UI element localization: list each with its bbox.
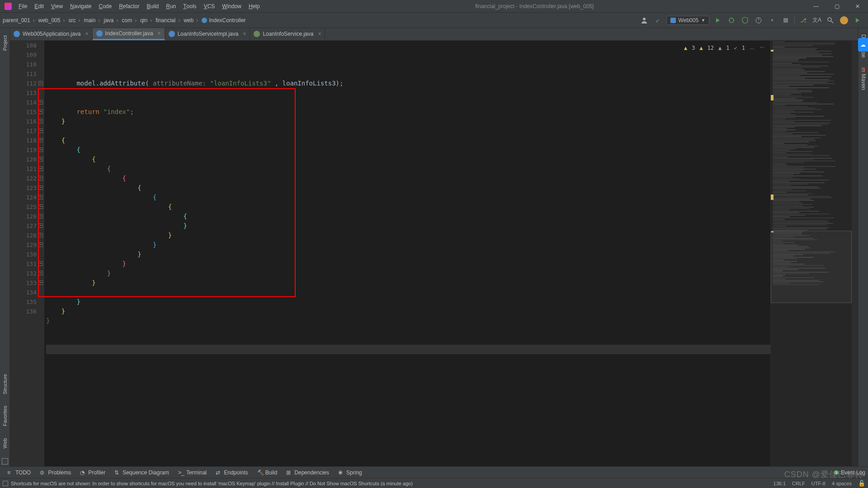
- menu-file[interactable]: File: [15, 3, 31, 9]
- fold-toggle[interactable]: [38, 223, 43, 228]
- fold-toggle[interactable]: [38, 109, 43, 114]
- menu-view[interactable]: View: [47, 3, 66, 9]
- fold-toggle[interactable]: [38, 81, 43, 85]
- toolwindows-toggle-icon[interactable]: [3, 481, 8, 486]
- web-toolwindow-button[interactable]: Web: [1, 433, 9, 454]
- debug-button[interactable]: [726, 15, 736, 25]
- fold-toggle[interactable]: [38, 119, 43, 123]
- baidu-netdisk-icon[interactable]: ☁: [858, 38, 868, 52]
- toolwindow-quick-access[interactable]: [2, 458, 8, 464]
- breadcrumb-financial[interactable]: financial: [155, 17, 183, 24]
- project-toolwindow-button[interactable]: Project: [1, 30, 9, 56]
- stop-button[interactable]: [781, 15, 791, 25]
- run-config-selector[interactable]: Web005 ▼: [666, 16, 709, 25]
- menu-help[interactable]: Help: [245, 3, 264, 9]
- minimize-button[interactable]: —: [806, 0, 826, 13]
- close-tab-icon[interactable]: ×: [241, 31, 246, 37]
- favorites-toolwindow-button[interactable]: Favorites: [1, 400, 9, 431]
- menu-vcs[interactable]: VCS: [200, 3, 219, 9]
- toolwindow-sequence-diagram[interactable]: ⇅Sequence Diagram: [110, 469, 174, 476]
- toolwindow-endpoints[interactable]: ⇄Endpoints: [211, 469, 252, 476]
- close-tab-icon[interactable]: ×: [156, 30, 161, 37]
- inspection-widget[interactable]: ▲3 ▲12 ▲1 ✔1 ︿ ﹀: [681, 43, 768, 54]
- gutter[interactable]: 1081091101111121131141151161171181191201…: [10, 41, 38, 466]
- left-tool-strip: Project Structure Favorites Web: [0, 28, 10, 466]
- avatar-icon[interactable]: [839, 15, 849, 25]
- toolwindow-build[interactable]: 🔨Build: [253, 469, 282, 476]
- readonly-lock-icon[interactable]: 🔓: [858, 480, 865, 487]
- profile-button[interactable]: [754, 15, 764, 25]
- close-tab-icon[interactable]: ×: [316, 31, 321, 37]
- ide-settings-icon[interactable]: [853, 15, 863, 25]
- close-button[interactable]: ✕: [847, 0, 868, 13]
- search-icon[interactable]: [826, 15, 835, 25]
- file-encoding[interactable]: UTF-8: [811, 481, 826, 486]
- breadcrumb-web[interactable]: web: [183, 17, 201, 24]
- toolwindow-problems[interactable]: ⊘Problems: [35, 469, 75, 476]
- tab-LoanInfoServiceImpl-java[interactable]: LoanInfoServiceImpl.java×: [165, 28, 250, 40]
- toolwindow-spring[interactable]: ❀Spring: [334, 469, 367, 476]
- error-stripe[interactable]: [852, 41, 858, 466]
- attach-button[interactable]: ▼: [767, 15, 777, 25]
- fold-toggle[interactable]: [38, 195, 43, 199]
- tab-IndexController-java[interactable]: IndexController.java×: [93, 28, 165, 40]
- breadcrumb-com[interactable]: com: [121, 17, 139, 24]
- structure-toolwindow-button[interactable]: Structure: [1, 369, 9, 400]
- menu-window[interactable]: Window: [218, 3, 245, 9]
- fold-toggle[interactable]: [38, 185, 43, 190]
- run-button[interactable]: [713, 15, 723, 25]
- fold-toggle[interactable]: [38, 280, 43, 285]
- toolwindow-profiler[interactable]: ◔Profiler: [75, 469, 110, 476]
- prev-highlight-icon[interactable]: ︿: [750, 43, 755, 53]
- breadcrumb-main[interactable]: main: [83, 17, 103, 24]
- next-highlight-icon[interactable]: ﹀: [760, 43, 765, 53]
- fold-toggle[interactable]: [38, 233, 43, 237]
- fold-toggle[interactable]: [38, 261, 43, 266]
- translate-icon[interactable]: 文A: [812, 15, 822, 25]
- fold-column[interactable]: [38, 41, 44, 466]
- breadcrumb-IndexController[interactable]: IndexController: [201, 17, 251, 24]
- fold-toggle[interactable]: [38, 204, 43, 209]
- back-arrow-icon[interactable]: ↙: [653, 15, 663, 25]
- menu-build[interactable]: Build: [143, 3, 163, 9]
- menu-refactor[interactable]: Refactor: [115, 3, 143, 9]
- toolwindow-terminal[interactable]: >_Terminal: [174, 469, 211, 476]
- fold-toggle[interactable]: [38, 100, 43, 104]
- fold-toggle[interactable]: [38, 147, 43, 152]
- fold-toggle[interactable]: [38, 128, 43, 133]
- minimap[interactable]: [770, 41, 852, 466]
- breadcrumb-src[interactable]: src: [67, 17, 83, 24]
- breadcrumb-java[interactable]: java: [103, 17, 121, 24]
- indent-settings[interactable]: 4 spaces: [832, 481, 852, 486]
- line-separator[interactable]: CRLF: [792, 481, 805, 486]
- fold-toggle[interactable]: [38, 157, 43, 161]
- fold-toggle[interactable]: [38, 176, 43, 180]
- fold-toggle[interactable]: [38, 166, 43, 171]
- breadcrumb-web_005[interactable]: web_005: [38, 17, 68, 24]
- menu-code[interactable]: Code: [95, 3, 115, 9]
- menu-run[interactable]: Run: [162, 3, 179, 9]
- fold-toggle[interactable]: [38, 214, 43, 218]
- event-log-button[interactable]: 1 Event Log: [834, 469, 865, 476]
- caret-position[interactable]: 136:1: [774, 481, 786, 486]
- git-icon[interactable]: ⎇: [798, 15, 808, 25]
- tab-LoanInfoService-java[interactable]: LoanInfoService.java×: [250, 28, 325, 40]
- maven-toolwindow-button[interactable]: m Maven: [859, 63, 868, 95]
- user-icon[interactable]: [639, 15, 649, 25]
- menu-tools[interactable]: Tools: [179, 3, 200, 9]
- maximize-button[interactable]: ▢: [826, 0, 847, 13]
- menu-edit[interactable]: Edit: [31, 3, 47, 9]
- toolwindow-dependencies[interactable]: ⊞Dependencies: [282, 469, 334, 476]
- close-tab-icon[interactable]: ×: [84, 31, 89, 37]
- fold-toggle[interactable]: [38, 271, 43, 275]
- coverage-button[interactable]: [740, 15, 750, 25]
- fold-toggle[interactable]: [38, 138, 43, 142]
- toolwindow-todo[interactable]: ≡TODO: [3, 469, 35, 476]
- menu-navigate[interactable]: Navigate: [66, 3, 95, 9]
- event-log-badge: 1: [834, 470, 839, 475]
- breadcrumb-qin[interactable]: qin: [139, 17, 155, 24]
- tab-Web005Application-java[interactable]: Web005Application.java×: [10, 28, 93, 40]
- fold-toggle[interactable]: [38, 242, 43, 247]
- breadcrumb-parent_001[interactable]: parent_001: [2, 17, 38, 24]
- code-area[interactable]: ▲3 ▲12 ▲1 ✔1 ︿ ﹀ model.addAttribute( att…: [44, 41, 770, 466]
